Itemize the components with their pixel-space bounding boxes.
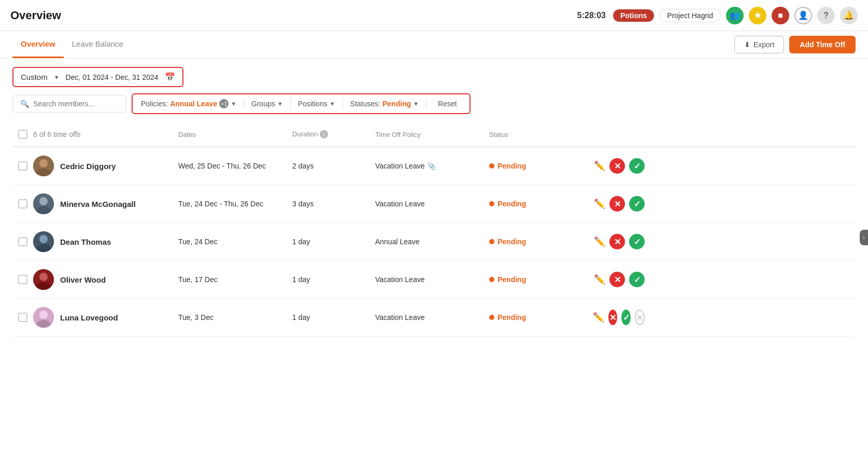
statuses-label: Statuses:: [350, 100, 380, 108]
scrollbar-indicator[interactable]: ›: [860, 230, 868, 245]
select-all-checkbox[interactable]: [18, 130, 27, 139]
duration-column-header: Duration i: [292, 130, 375, 139]
extra-action-button[interactable]: ✕: [635, 310, 645, 325]
search-input[interactable]: [33, 100, 119, 108]
tab-overview[interactable]: Overview: [12, 31, 64, 58]
filter-separator-1: [244, 99, 244, 109]
row-checkbox-cell: [12, 237, 33, 246]
date-cell: Tue, 3 Dec: [178, 313, 292, 322]
avatar: [33, 156, 54, 176]
policy-cell: Vacation Leave 📎: [375, 162, 489, 170]
member-cell: Cedric Diggory: [33, 156, 178, 176]
reject-button[interactable]: ✕: [608, 310, 617, 325]
date-filter-box[interactable]: Custom ▼ Dec, 01 2024 - Dec, 31 2024 📅: [12, 67, 183, 87]
approve-button[interactable]: ✓: [629, 234, 645, 249]
row-checkbox[interactable]: [18, 313, 27, 322]
statuses-dropdown-arrow: ▼: [413, 101, 419, 107]
actions-cell: ✏️ ✕ ✓: [593, 234, 645, 249]
row-checkbox-cell: [12, 313, 33, 322]
edit-icon[interactable]: ✏️: [594, 160, 605, 172]
actions-cell: ✏️ ✕ ✓ ✕: [593, 310, 645, 325]
status-text: Pending: [497, 275, 526, 284]
statuses-filter[interactable]: Statuses: Pending ▼: [350, 100, 419, 108]
table-row: Dean Thomas Tue, 24 Dec 1 day Annual Lea…: [12, 223, 856, 261]
reject-button[interactable]: ✕: [609, 272, 625, 287]
row-checkbox[interactable]: [18, 275, 27, 284]
duration-cell: 3 days: [292, 200, 375, 208]
statuses-value: Pending: [382, 100, 411, 108]
approve-button[interactable]: ✓: [629, 196, 645, 212]
date-range-label: Dec, 01 2024 - Dec, 31 2024: [66, 73, 159, 81]
custom-dropdown-arrow: ▼: [54, 74, 60, 80]
star-icon-btn[interactable]: ★: [749, 7, 766, 24]
table-row: Cedric Diggory Wed, 25 Dec - Thu, 26 Dec…: [12, 147, 856, 185]
status-dot: [489, 277, 494, 282]
potions-badge[interactable]: Potions: [613, 9, 654, 22]
policies-badge: +1: [219, 99, 229, 108]
custom-label: Custom: [21, 73, 48, 81]
reject-button[interactable]: ✕: [609, 158, 625, 174]
attachment-icon: 📎: [428, 162, 436, 170]
stop-icon-btn[interactable]: ■: [772, 7, 789, 24]
groups-label: Groups: [251, 100, 275, 108]
edit-icon[interactable]: ✏️: [593, 312, 604, 323]
row-checkbox-cell: [12, 199, 33, 208]
svg-point-4: [39, 197, 48, 205]
row-checkbox[interactable]: [18, 237, 27, 246]
groups-dropdown-arrow: ▼: [277, 101, 283, 107]
approve-button[interactable]: ✓: [621, 310, 630, 325]
status-dot: [489, 239, 494, 244]
positions-filter[interactable]: Positions ▼: [298, 100, 335, 108]
status-text: Pending: [497, 200, 526, 208]
time-display: 5:28:03: [577, 11, 606, 20]
reset-button[interactable]: Reset: [434, 100, 461, 108]
duration-info-icon: i: [320, 130, 328, 138]
reject-button[interactable]: ✕: [609, 196, 625, 212]
user-icon-btn[interactable]: 👤: [794, 7, 812, 24]
groups-filter[interactable]: Groups ▼: [251, 100, 283, 108]
project-badge[interactable]: Project Hagrid: [659, 9, 721, 22]
export-button[interactable]: ⬇ Export: [734, 36, 784, 53]
tab-leave-balance[interactable]: Leave Balance: [64, 31, 132, 58]
member-name: Luna Lovegood: [60, 313, 118, 322]
header-checkbox-cell: [12, 130, 33, 139]
date-cell: Wed, 25 Dec - Thu, 26 Dec: [178, 162, 292, 170]
table-row: Minerva McGonagall Tue, 24 Dec - Thu, 26…: [12, 185, 856, 223]
header-right: 5:28:03 Potions Project Hagrid 👥 ★ ■ 👤 ?…: [577, 7, 858, 24]
export-icon: ⬇: [744, 40, 750, 49]
time-off-count: 6 of 6 time offs: [33, 130, 178, 138]
status-text: Pending: [497, 238, 526, 246]
status-cell: Pending: [489, 200, 593, 208]
approve-button[interactable]: ✓: [629, 158, 645, 174]
help-icon-btn[interactable]: ?: [817, 7, 835, 24]
tabs-left: Overview Leave Balance: [12, 31, 132, 58]
policy-cell: Annual Leave: [375, 238, 489, 246]
edit-icon[interactable]: ✏️: [594, 198, 605, 209]
policies-filter[interactable]: Policies: Annual Leave +1 ▼: [141, 99, 236, 108]
edit-icon[interactable]: ✏️: [594, 274, 605, 285]
status-text: Pending: [497, 313, 526, 322]
policies-value: Annual Leave: [170, 100, 217, 108]
reject-button[interactable]: ✕: [609, 234, 625, 249]
policy-cell: Vacation Leave: [375, 313, 489, 322]
page-title: Overview: [10, 9, 61, 22]
member-cell: Oliver Wood: [33, 269, 178, 290]
edit-icon[interactable]: ✏️: [594, 236, 605, 247]
positions-label: Positions: [298, 100, 328, 108]
duration-cell: 1 day: [292, 313, 375, 322]
row-checkbox[interactable]: [18, 199, 27, 208]
approve-button[interactable]: ✓: [629, 272, 645, 287]
policy-cell: Vacation Leave: [375, 275, 489, 284]
table-section: 6 of 6 time offs Dates Duration i Time O…: [0, 122, 868, 337]
member-cell: Dean Thomas: [33, 231, 178, 252]
status-cell: Pending: [489, 275, 593, 284]
people-icon-btn[interactable]: 👥: [726, 7, 744, 24]
bell-icon-btn[interactable]: 🔔: [840, 7, 858, 24]
svg-point-7: [39, 235, 48, 243]
duration-cell: 1 day: [292, 238, 375, 246]
positions-dropdown-arrow: ▼: [330, 101, 335, 107]
member-name: Dean Thomas: [60, 238, 111, 246]
add-timeoff-button[interactable]: Add Time Off: [789, 36, 856, 53]
avatar: [33, 307, 54, 328]
row-checkbox[interactable]: [18, 161, 27, 171]
